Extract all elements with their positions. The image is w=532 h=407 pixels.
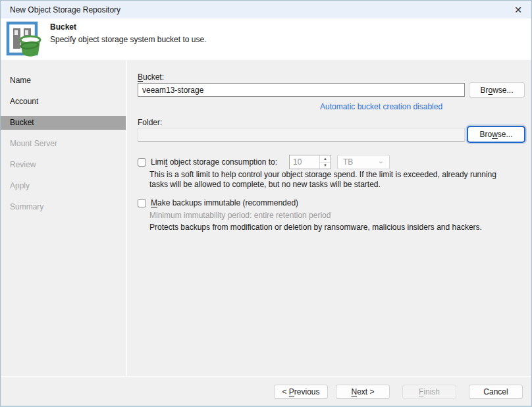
sidebar-item-review: Review bbox=[1, 158, 126, 172]
sidebar-item-mount-server: Mount Server bbox=[1, 137, 126, 151]
limit-description: This is a soft limit to help control you… bbox=[149, 170, 513, 190]
immutable-row: Make backups immutable (recommended) bbox=[138, 198, 298, 207]
spinner-up-icon[interactable]: ▲ bbox=[320, 155, 331, 163]
immutable-description: Protects backups from modification or de… bbox=[149, 223, 518, 232]
bucket-label: Bucket: bbox=[138, 72, 164, 82]
limit-unit-dropdown[interactable]: TB ⌄ bbox=[337, 155, 390, 169]
wizard-footer: < Previous Next > Finish Cancel bbox=[1, 376, 531, 406]
limit-consumption-row: Limit object storage consumption to: bbox=[138, 157, 277, 167]
wizard-header: Bucket Specify object storage system buc… bbox=[1, 18, 531, 60]
folder-browse-button[interactable]: Browse... bbox=[467, 126, 525, 143]
window-title: New Object Storage Repository bbox=[10, 5, 505, 14]
wizard-steps-sidebar: Name Account Bucket Mount Server Review … bbox=[1, 60, 127, 376]
folder-input[interactable] bbox=[138, 128, 465, 142]
next-button[interactable]: Next > bbox=[336, 385, 390, 399]
sidebar-item-account[interactable]: Account bbox=[1, 95, 126, 109]
sidebar-item-summary: Summary bbox=[1, 200, 126, 214]
sidebar-item-apply: Apply bbox=[1, 179, 126, 193]
finish-button: Finish bbox=[402, 385, 456, 399]
object-storage-bucket-icon bbox=[6, 21, 43, 59]
immutable-checkbox[interactable] bbox=[138, 199, 146, 207]
titlebar: New Object Storage Repository ✕ bbox=[1, 1, 531, 18]
bucket-browse-button[interactable]: Browse... bbox=[469, 82, 525, 97]
folder-label: Folder: bbox=[138, 118, 162, 127]
chevron-down-icon: ⌄ bbox=[378, 157, 384, 165]
limit-amount-value: 10 bbox=[290, 155, 319, 169]
sidebar-item-bucket[interactable]: Bucket bbox=[1, 116, 126, 130]
previous-button[interactable]: < Previous bbox=[274, 385, 328, 399]
limit-amount-spinner[interactable]: 10 ▲ ▼ bbox=[289, 155, 331, 169]
close-icon[interactable]: ✕ bbox=[505, 1, 531, 18]
spinner-down-icon[interactable]: ▼ bbox=[320, 163, 331, 169]
wizard-body: Name Account Bucket Mount Server Review … bbox=[1, 60, 531, 376]
bucket-creation-note: Automatic bucket creation disabled bbox=[320, 102, 442, 111]
cancel-button[interactable]: Cancel bbox=[469, 385, 523, 399]
sidebar-item-name[interactable]: Name bbox=[1, 74, 126, 88]
immutable-period-note: Minimum immutability period: entire rete… bbox=[149, 211, 518, 221]
limit-consumption-label: Limit object storage consumption to: bbox=[151, 157, 277, 167]
immutable-label: Make backups immutable (recommended) bbox=[151, 198, 298, 207]
step-content: Bucket: Browse... Automatic bucket creat… bbox=[128, 60, 531, 376]
step-title: Bucket bbox=[50, 22, 206, 32]
step-subtitle: Specify object storage system bucket to … bbox=[50, 35, 206, 44]
bucket-input[interactable] bbox=[138, 83, 465, 97]
new-object-storage-repository-dialog: New Object Storage Repository ✕ Bucket S… bbox=[0, 0, 532, 407]
limit-consumption-checkbox[interactable] bbox=[138, 158, 146, 167]
limit-unit-value: TB bbox=[343, 157, 353, 167]
